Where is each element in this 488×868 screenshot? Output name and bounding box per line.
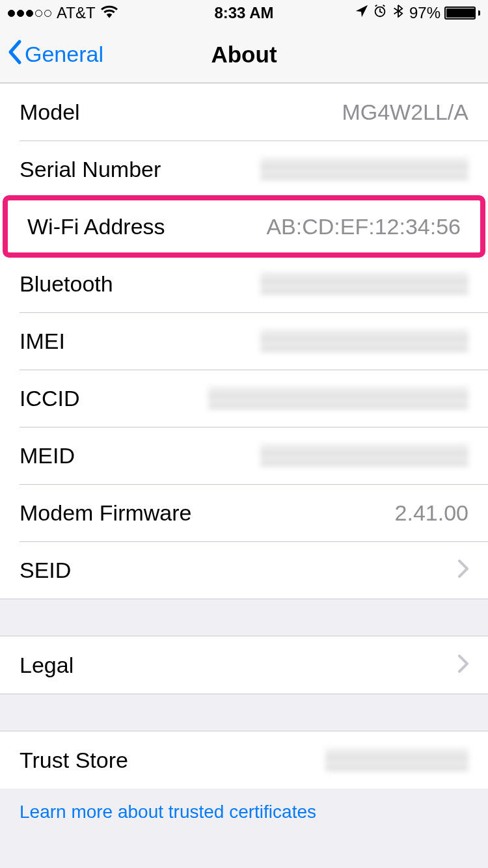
back-button[interactable]: General bbox=[7, 39, 103, 70]
row-label: Modem Firmware bbox=[20, 500, 191, 526]
row-label: MEID bbox=[20, 443, 75, 468]
row-wifi-address[interactable]: Wi-Fi Address AB:CD:EF:12:34:56 bbox=[8, 200, 480, 252]
row-label: Legal bbox=[20, 653, 74, 678]
row-value: MG4W2LL/A bbox=[342, 100, 468, 125]
status-left: AT&T bbox=[8, 4, 118, 22]
chevron-right-icon bbox=[450, 558, 468, 583]
row-serial-number[interactable]: Serial Number bbox=[0, 141, 488, 198]
row-value-redacted bbox=[325, 749, 468, 771]
carrier-label: AT&T bbox=[57, 4, 96, 22]
battery-icon bbox=[444, 7, 480, 20]
nav-bar: General About bbox=[0, 26, 488, 83]
legal-group: Legal bbox=[0, 636, 488, 694]
row-label: Trust Store bbox=[20, 748, 128, 773]
row-value-redacted bbox=[260, 330, 468, 352]
row-value-redacted bbox=[208, 387, 468, 409]
status-time: 8:33 AM bbox=[214, 4, 273, 22]
footer-link-trusted-certificates[interactable]: Learn more about trusted certificates bbox=[0, 789, 488, 822]
trust-store-group: Trust Store bbox=[0, 731, 488, 789]
chevron-left-icon bbox=[7, 39, 22, 70]
alarm-icon bbox=[373, 4, 387, 22]
row-label: Serial Number bbox=[20, 157, 161, 182]
row-label: Wi-Fi Address bbox=[27, 214, 165, 239]
row-model[interactable]: Model MG4W2LL/A bbox=[0, 83, 488, 141]
about-group: Model MG4W2LL/A Serial Number Wi-Fi Addr… bbox=[0, 83, 488, 599]
row-label: Model bbox=[20, 100, 80, 125]
chevron-right-icon bbox=[450, 653, 468, 678]
battery-percent: 97% bbox=[409, 4, 441, 22]
row-seid[interactable]: SEID bbox=[0, 541, 488, 599]
row-value-redacted bbox=[260, 158, 468, 180]
bluetooth-icon bbox=[391, 4, 405, 22]
row-trust-store[interactable]: Trust Store bbox=[0, 731, 488, 789]
row-value: AB:CD:EF:12:34:56 bbox=[266, 214, 461, 239]
row-legal[interactable]: Legal bbox=[0, 636, 488, 694]
wifi-icon bbox=[101, 4, 118, 22]
row-label: Bluetooth bbox=[20, 271, 113, 297]
location-icon bbox=[355, 4, 369, 22]
row-value-redacted bbox=[260, 273, 468, 295]
row-meid[interactable]: MEID bbox=[0, 427, 488, 484]
row-modem-firmware[interactable]: Modem Firmware 2.41.00 bbox=[0, 484, 488, 541]
highlight-wifi-address: Wi-Fi Address AB:CD:EF:12:34:56 bbox=[3, 195, 485, 258]
row-imei[interactable]: IMEI bbox=[0, 312, 488, 370]
row-value: 2.41.00 bbox=[395, 500, 468, 526]
row-label: SEID bbox=[20, 558, 71, 583]
nav-title: About bbox=[211, 42, 277, 68]
row-label: IMEI bbox=[20, 329, 65, 354]
row-label: ICCID bbox=[20, 386, 80, 411]
status-right: 97% bbox=[355, 4, 480, 22]
row-iccid[interactable]: ICCID bbox=[0, 370, 488, 427]
cellular-signal-icon bbox=[8, 10, 51, 17]
row-value-redacted bbox=[260, 444, 468, 467]
content: Model MG4W2LL/A Serial Number Wi-Fi Addr… bbox=[0, 83, 488, 822]
row-bluetooth[interactable]: Bluetooth bbox=[0, 255, 488, 312]
back-label: General bbox=[25, 42, 103, 67]
status-bar: AT&T 8:33 AM 97% bbox=[0, 0, 488, 26]
